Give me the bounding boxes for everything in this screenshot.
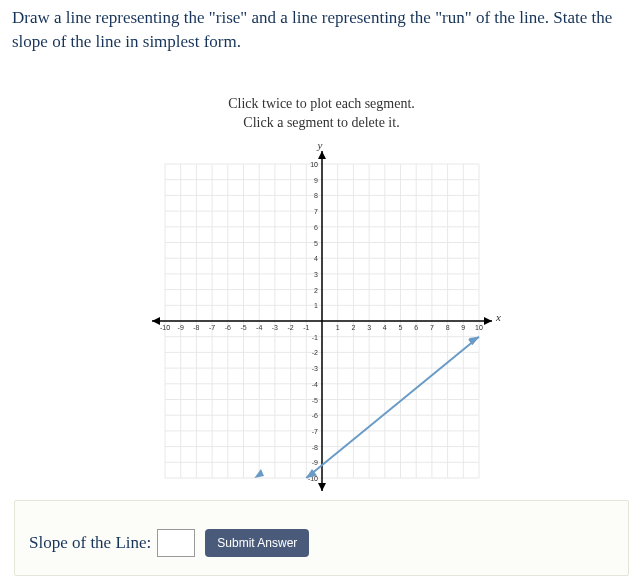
plotted-line[interactable] — [254, 336, 479, 477]
svg-marker-44 — [318, 151, 326, 159]
svg-marker-43 — [152, 317, 160, 325]
svg-text:-1: -1 — [303, 324, 309, 331]
svg-text:-5: -5 — [240, 324, 246, 331]
svg-text:8: 8 — [445, 324, 449, 331]
svg-text:-10: -10 — [159, 324, 169, 331]
svg-marker-45 — [318, 483, 326, 491]
svg-text:-8: -8 — [193, 324, 199, 331]
svg-text:9: 9 — [461, 324, 465, 331]
svg-text:2: 2 — [351, 324, 355, 331]
svg-text:8: 8 — [314, 192, 318, 199]
svg-text:2: 2 — [314, 286, 318, 293]
svg-text:10: 10 — [310, 161, 318, 168]
axes — [152, 151, 492, 491]
svg-marker-42 — [484, 317, 492, 325]
svg-text:-3: -3 — [271, 324, 277, 331]
svg-text:1: 1 — [314, 302, 318, 309]
svg-text:-9: -9 — [311, 459, 317, 466]
x-axis-label: x — [495, 311, 501, 323]
question-text: Draw a line representing the "rise" and … — [0, 0, 643, 54]
instruction-line-1: Click twice to plot each segment. — [0, 94, 643, 114]
svg-text:-1: -1 — [311, 333, 317, 340]
svg-text:3: 3 — [367, 324, 371, 331]
svg-text:5: 5 — [398, 324, 402, 331]
svg-text:-7: -7 — [208, 324, 214, 331]
graph-instructions: Click twice to plot each segment. Click … — [0, 94, 643, 133]
svg-text:7: 7 — [314, 208, 318, 215]
svg-text:5: 5 — [314, 239, 318, 246]
graph-svg[interactable]: x y -10 -9 -8 -7 -6 -5 -4 -3 -2 -1 1 2 3… — [142, 141, 502, 501]
submit-answer-button[interactable]: Submit Answer — [205, 529, 309, 557]
svg-text:4: 4 — [314, 255, 318, 262]
slope-label: Slope of the Line: — [29, 533, 151, 553]
svg-text:4: 4 — [382, 324, 386, 331]
svg-text:-5: -5 — [311, 396, 317, 403]
svg-text:1: 1 — [335, 324, 339, 331]
svg-text:-4: -4 — [311, 381, 317, 388]
svg-text:-4: -4 — [256, 324, 262, 331]
answer-panel: Slope of the Line: Submit Answer — [14, 500, 629, 576]
svg-text:-6: -6 — [311, 412, 317, 419]
instruction-line-2: Click a segment to delete it. — [0, 113, 643, 133]
y-axis-label: y — [316, 141, 322, 151]
svg-text:-2: -2 — [287, 324, 293, 331]
svg-text:-8: -8 — [311, 443, 317, 450]
svg-line-86 — [306, 336, 479, 477]
slope-input[interactable] — [157, 529, 195, 557]
svg-text:6: 6 — [414, 324, 418, 331]
svg-text:-3: -3 — [311, 365, 317, 372]
svg-text:6: 6 — [314, 224, 318, 231]
svg-text:3: 3 — [314, 271, 318, 278]
svg-text:-6: -6 — [224, 324, 230, 331]
svg-text:10: 10 — [475, 324, 483, 331]
svg-text:-9: -9 — [177, 324, 183, 331]
coordinate-graph[interactable]: x y -10 -9 -8 -7 -6 -5 -4 -3 -2 -1 1 2 3… — [142, 141, 502, 501]
svg-text:-7: -7 — [311, 428, 317, 435]
svg-text:-2: -2 — [311, 349, 317, 356]
svg-text:7: 7 — [429, 324, 433, 331]
svg-text:9: 9 — [314, 176, 318, 183]
